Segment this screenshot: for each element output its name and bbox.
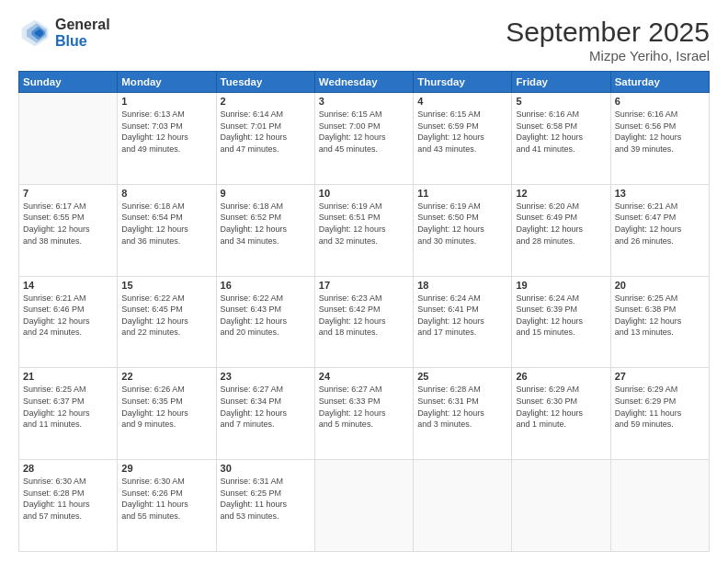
day-info: Sunrise: 6:27 AMSunset: 6:34 PMDaylight:… — [221, 384, 311, 430]
col-friday: Friday — [512, 72, 610, 93]
table-row: 2Sunrise: 6:14 AMSunset: 7:01 PMDaylight… — [216, 93, 314, 185]
col-thursday: Thursday — [414, 72, 512, 93]
day-info: Sunrise: 6:23 AMSunset: 6:42 PMDaylight:… — [319, 293, 409, 339]
calendar-week-row: 14Sunrise: 6:21 AMSunset: 6:46 PMDayligh… — [19, 276, 710, 368]
day-number: 9 — [221, 188, 311, 199]
day-info: Sunrise: 6:29 AMSunset: 6:29 PMDaylight:… — [615, 384, 705, 430]
title-month: September 2025 — [506, 17, 710, 48]
day-number: 27 — [615, 371, 705, 382]
day-number: 12 — [516, 188, 606, 199]
table-row: 19Sunrise: 6:24 AMSunset: 6:39 PMDayligh… — [512, 276, 610, 368]
table-row: 20Sunrise: 6:25 AMSunset: 6:38 PMDayligh… — [610, 276, 709, 368]
day-number: 14 — [23, 280, 113, 291]
calendar-week-row: 28Sunrise: 6:30 AMSunset: 6:28 PMDayligh… — [19, 460, 710, 552]
day-number: 4 — [417, 96, 507, 107]
day-info: Sunrise: 6:16 AMSunset: 6:58 PMDaylight:… — [516, 109, 606, 155]
title-location: Mizpe Yeriho, Israel — [506, 48, 710, 63]
day-info: Sunrise: 6:24 AMSunset: 6:41 PMDaylight:… — [417, 293, 507, 339]
day-number: 24 — [319, 371, 409, 382]
table-row — [414, 460, 512, 552]
day-number: 29 — [121, 463, 211, 474]
logo-icon — [18, 17, 51, 50]
day-info: Sunrise: 6:26 AMSunset: 6:35 PMDaylight:… — [121, 384, 211, 430]
col-tuesday: Tuesday — [216, 72, 314, 93]
day-number: 6 — [615, 96, 705, 107]
day-number: 15 — [121, 280, 211, 291]
table-row: 27Sunrise: 6:29 AMSunset: 6:29 PMDayligh… — [610, 368, 709, 460]
day-info: Sunrise: 6:18 AMSunset: 6:52 PMDaylight:… — [221, 201, 311, 247]
day-number: 7 — [23, 188, 113, 199]
table-row: 8Sunrise: 6:18 AMSunset: 6:54 PMDaylight… — [118, 184, 216, 276]
day-number: 20 — [615, 280, 705, 291]
day-number: 16 — [221, 280, 311, 291]
logo-text: General Blue — [55, 17, 110, 49]
day-info: Sunrise: 6:19 AMSunset: 6:50 PMDaylight:… — [417, 201, 507, 247]
table-row: 6Sunrise: 6:16 AMSunset: 6:56 PMDaylight… — [610, 93, 709, 185]
day-info: Sunrise: 6:24 AMSunset: 6:39 PMDaylight:… — [516, 293, 606, 339]
day-number: 8 — [121, 188, 211, 199]
table-row: 1Sunrise: 6:13 AMSunset: 7:03 PMDaylight… — [118, 93, 216, 185]
table-row: 26Sunrise: 6:29 AMSunset: 6:30 PMDayligh… — [512, 368, 610, 460]
day-info: Sunrise: 6:22 AMSunset: 6:43 PMDaylight:… — [221, 293, 311, 339]
day-info: Sunrise: 6:20 AMSunset: 6:49 PMDaylight:… — [516, 201, 606, 247]
day-info: Sunrise: 6:19 AMSunset: 6:51 PMDaylight:… — [319, 201, 409, 247]
day-info: Sunrise: 6:30 AMSunset: 6:28 PMDaylight:… — [23, 476, 113, 522]
table-row: 5Sunrise: 6:16 AMSunset: 6:58 PMDaylight… — [512, 93, 610, 185]
day-number: 10 — [319, 188, 409, 199]
day-number: 28 — [23, 463, 113, 474]
day-info: Sunrise: 6:17 AMSunset: 6:55 PMDaylight:… — [23, 201, 113, 247]
table-row — [512, 460, 610, 552]
day-number: 30 — [221, 463, 311, 474]
day-info: Sunrise: 6:25 AMSunset: 6:37 PMDaylight:… — [23, 384, 113, 430]
day-info: Sunrise: 6:31 AMSunset: 6:25 PMDaylight:… — [221, 476, 311, 522]
col-sunday: Sunday — [19, 72, 118, 93]
day-info: Sunrise: 6:18 AMSunset: 6:54 PMDaylight:… — [121, 201, 211, 247]
table-row: 4Sunrise: 6:15 AMSunset: 6:59 PMDaylight… — [414, 93, 512, 185]
calendar-week-row: 7Sunrise: 6:17 AMSunset: 6:55 PMDaylight… — [19, 184, 710, 276]
day-number: 5 — [516, 96, 606, 107]
day-number: 11 — [417, 188, 507, 199]
table-row: 29Sunrise: 6:30 AMSunset: 6:26 PMDayligh… — [118, 460, 216, 552]
day-info: Sunrise: 6:15 AMSunset: 6:59 PMDaylight:… — [417, 109, 507, 155]
table-row: 16Sunrise: 6:22 AMSunset: 6:43 PMDayligh… — [216, 276, 314, 368]
table-row: 7Sunrise: 6:17 AMSunset: 6:55 PMDaylight… — [19, 184, 118, 276]
table-row: 23Sunrise: 6:27 AMSunset: 6:34 PMDayligh… — [216, 368, 314, 460]
day-info: Sunrise: 6:29 AMSunset: 6:30 PMDaylight:… — [516, 384, 606, 430]
day-info: Sunrise: 6:13 AMSunset: 7:03 PMDaylight:… — [121, 109, 211, 155]
table-row: 13Sunrise: 6:21 AMSunset: 6:47 PMDayligh… — [610, 184, 709, 276]
day-number: 25 — [417, 371, 507, 382]
table-row: 28Sunrise: 6:30 AMSunset: 6:28 PMDayligh… — [19, 460, 118, 552]
table-row: 15Sunrise: 6:22 AMSunset: 6:45 PMDayligh… — [118, 276, 216, 368]
calendar-header-row: Sunday Monday Tuesday Wednesday Thursday… — [19, 72, 710, 93]
day-number: 3 — [319, 96, 409, 107]
col-monday: Monday — [118, 72, 216, 93]
day-info: Sunrise: 6:16 AMSunset: 6:56 PMDaylight:… — [615, 109, 705, 155]
day-info: Sunrise: 6:15 AMSunset: 7:00 PMDaylight:… — [319, 109, 409, 155]
table-row: 18Sunrise: 6:24 AMSunset: 6:41 PMDayligh… — [414, 276, 512, 368]
day-info: Sunrise: 6:28 AMSunset: 6:31 PMDaylight:… — [417, 384, 507, 430]
day-info: Sunrise: 6:25 AMSunset: 6:38 PMDaylight:… — [615, 293, 705, 339]
logo-blue-text: Blue — [55, 33, 110, 50]
page: General Blue September 2025 Mizpe Yeriho… — [0, 0, 728, 563]
table-row: 24Sunrise: 6:27 AMSunset: 6:33 PMDayligh… — [314, 368, 413, 460]
day-number: 13 — [615, 188, 705, 199]
day-info: Sunrise: 6:22 AMSunset: 6:45 PMDaylight:… — [121, 293, 211, 339]
day-number: 19 — [516, 280, 606, 291]
logo: General Blue — [18, 17, 110, 50]
table-row: 22Sunrise: 6:26 AMSunset: 6:35 PMDayligh… — [118, 368, 216, 460]
day-number: 23 — [221, 371, 311, 382]
table-row — [610, 460, 709, 552]
col-wednesday: Wednesday — [314, 72, 413, 93]
calendar-table: Sunday Monday Tuesday Wednesday Thursday… — [18, 71, 710, 552]
table-row: 30Sunrise: 6:31 AMSunset: 6:25 PMDayligh… — [216, 460, 314, 552]
table-row: 14Sunrise: 6:21 AMSunset: 6:46 PMDayligh… — [19, 276, 118, 368]
table-row: 3Sunrise: 6:15 AMSunset: 7:00 PMDaylight… — [314, 93, 413, 185]
day-number: 18 — [417, 280, 507, 291]
calendar-week-row: 1Sunrise: 6:13 AMSunset: 7:03 PMDaylight… — [19, 93, 710, 185]
table-row: 25Sunrise: 6:28 AMSunset: 6:31 PMDayligh… — [414, 368, 512, 460]
day-number: 17 — [319, 280, 409, 291]
day-info: Sunrise: 6:21 AMSunset: 6:47 PMDaylight:… — [615, 201, 705, 247]
table-row: 12Sunrise: 6:20 AMSunset: 6:49 PMDayligh… — [512, 184, 610, 276]
col-saturday: Saturday — [610, 72, 709, 93]
day-number: 26 — [516, 371, 606, 382]
